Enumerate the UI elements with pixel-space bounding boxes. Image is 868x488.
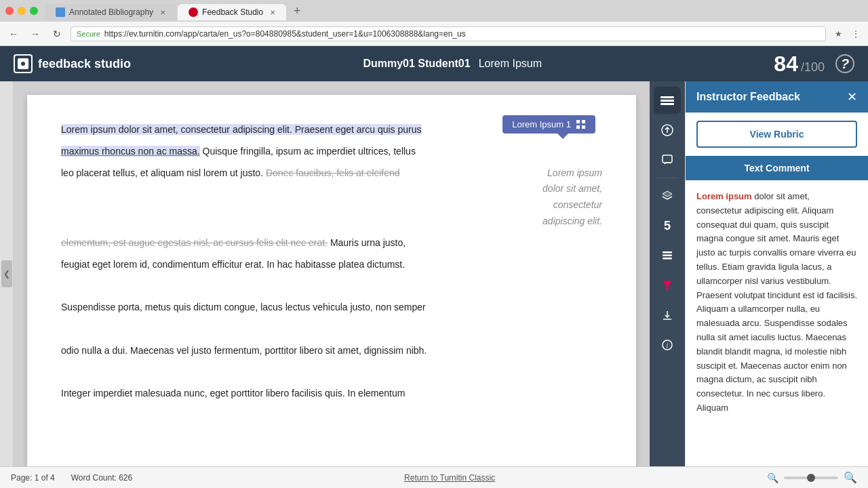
toolbar-download-btn[interactable] (654, 302, 681, 329)
highlighted-text-1: Lorem ipsum dolor sit amet, consectetur … (61, 124, 422, 135)
status-left: Page: 1 of 4 Word Count: 626 (11, 473, 132, 483)
logo-inner (18, 58, 28, 69)
zoom-out-button[interactable]: 🔍 (767, 472, 778, 483)
document-area: Lorem Ipsum 1 Lorem ipsum dolor sit amet… (14, 81, 650, 466)
app-name: feedback studio (38, 57, 131, 71)
tab-turnitin-label: Feedback Studio (202, 7, 263, 17)
tooltip-label: Lorem Ipsum 1 (512, 119, 571, 129)
zoom-thumb[interactable] (807, 474, 815, 482)
maximize-dot[interactable] (30, 7, 38, 15)
url-text: https://ev.turnitin.com/app/carta/en_us?… (104, 29, 466, 39)
word-count: Word Count: 626 (71, 473, 133, 483)
feedback-lorem-link: Lorem ipsum (696, 191, 752, 201)
refresh-button[interactable]: ↻ (49, 26, 65, 42)
toolbar-comment-btn[interactable] (654, 146, 681, 174)
svg-marker-9 (663, 281, 671, 290)
browser-title-bar: Annotated Bibliography ✕ Feedback Studio… (0, 0, 868, 22)
forward-button[interactable]: → (27, 26, 43, 42)
doc-line-3: leo placerat tellus, et aliquam nisl lor… (61, 165, 602, 230)
url-bar[interactable]: Secure https://ev.turnitin.com/app/carta… (71, 26, 826, 41)
header-student-name: Dummy01 Student01 (363, 58, 470, 70)
minimize-dot[interactable] (18, 7, 26, 15)
toggle-handle: ❮ (1, 260, 12, 287)
zoom-slider[interactable] (784, 476, 838, 479)
header-assignment-name: Lorem Ipsum (479, 58, 542, 70)
app-header: feedback studio Dummy01 Student01 Lorem … (0, 46, 868, 81)
svg-rect-1 (660, 100, 674, 102)
browser-nav-bar: ← → ↻ Secure https://ev.turnitin.com/app… (0, 22, 868, 46)
back-button[interactable]: ← (5, 26, 22, 42)
zoom-in-button[interactable]: 🔍 (844, 471, 857, 484)
normal-text-3: leo placerat tellus, et aliquam nisl lor… (61, 165, 400, 182)
toolbar-list-btn[interactable] (654, 242, 681, 269)
feedback-close-button[interactable]: ✕ (847, 89, 857, 104)
secure-indicator: Secure (77, 30, 100, 38)
tab-turnitin-close[interactable]: ✕ (270, 9, 275, 16)
status-right: 🔍 🔍 (767, 471, 857, 484)
tab-annotated-close[interactable]: ✕ (160, 9, 165, 16)
app-logo: feedback studio (14, 54, 131, 73)
doc-line-5: feugiat eget lorem id, condimentum effic… (61, 257, 602, 273)
header-center: Dummy01 Student01 Lorem Ipsum (131, 58, 774, 70)
strikethrough-text-4: elementum, est augue egestas nisl, ac cu… (61, 237, 328, 248)
doc-text-5: feugiat eget lorem id, condimentum effic… (61, 259, 405, 270)
right-toolbar: 5 i (650, 81, 685, 466)
toolbar-divider-1 (656, 178, 678, 178)
score-max: /100 (801, 60, 825, 75)
feedback-panel-title: Instructor Feedback (696, 91, 800, 103)
italic-aside-text: Lorem ipsumdolor sit amet,consecteturadi… (480, 165, 602, 230)
logo-dot (21, 62, 25, 66)
doc-line-4: elementum, est augue egestas nisl, ac cu… (61, 235, 602, 251)
page-indicator: Page: 1 of 4 (11, 473, 55, 483)
toolbar-layers-btn[interactable] (654, 87, 681, 114)
status-bar: Page: 1 of 4 Word Count: 626 Return to T… (0, 466, 868, 488)
doc-line-2: maximus rhoncus non ac massa. Quisque fr… (61, 144, 602, 160)
document-tooltip[interactable]: Lorem Ipsum 1 (502, 115, 595, 134)
tab-annotated-favicon (56, 7, 65, 17)
feedback-panel-header: Instructor Feedback ✕ (686, 81, 868, 113)
browser-dots (5, 7, 38, 15)
doc-text-7: Suspendisse porta, metus quis dictum con… (61, 302, 426, 312)
svg-rect-4 (663, 155, 672, 163)
menu-icon[interactable]: ⋮ (849, 27, 863, 41)
tab-annotated-bibliography[interactable]: Annotated Bibliography ✕ (45, 4, 176, 20)
toolbar-upload-btn[interactable] (654, 117, 681, 144)
return-to-turnitin-link[interactable]: Return to Turnitin Classic (404, 473, 495, 483)
tab-annotated-label: Annotated Bibliography (69, 7, 153, 17)
left-sidebar-toggle[interactable]: ❮ (0, 81, 14, 466)
svg-rect-2 (660, 103, 674, 105)
strikethrough-text-3: Donec faucibus, felis at eleifend (266, 167, 400, 178)
tab-feedback-studio[interactable]: Feedback Studio ✕ (178, 4, 286, 20)
close-dot[interactable] (5, 7, 14, 15)
doc-line-10 (61, 365, 602, 381)
feedback-actions: View Rubric (686, 113, 868, 156)
svg-rect-6 (663, 251, 672, 253)
doc-line-9: odio nulla a dui. Maecenas vel justo fer… (61, 343, 602, 359)
nav-icons: ★ ⋮ (831, 27, 863, 41)
toolbar-info-btn[interactable]: i (654, 331, 681, 359)
status-center: Return to Turnitin Classic (132, 473, 767, 483)
header-score: 84 /100 (774, 52, 825, 77)
help-icon[interactable]: ? (835, 54, 854, 73)
normal-text-2: Quisque fringilla, ipsum ac imperdiet ul… (203, 146, 416, 157)
toolbar-badge-btn[interactable]: 5 (654, 212, 681, 239)
doc-line-7: Suspendisse porta, metus quis dictum con… (61, 300, 602, 316)
feedback-content: Lorem ipsum dolor sit amet, consectetur … (686, 180, 868, 466)
badge-number: 5 (664, 219, 671, 233)
toolbar-filter-btn[interactable] (654, 272, 681, 299)
svg-rect-0 (660, 96, 674, 98)
feedback-panel: Instructor Feedback ✕ View Rubric Text C… (685, 81, 868, 466)
normal-text-4: Mauris urna justo, (330, 237, 406, 248)
feedback-comment-text: Lorem ipsum dolor sit amet, consectetur … (696, 190, 857, 415)
logo-icon (14, 54, 33, 73)
new-tab-button[interactable]: + (288, 1, 307, 20)
highlighted-underline-text: maximus rhoncus non ac massa. (61, 146, 200, 157)
svg-rect-7 (663, 255, 672, 257)
doc-text-9: odio nulla a dui. Maecenas vel justo fer… (61, 345, 427, 356)
bookmark-icon[interactable]: ★ (831, 27, 845, 41)
view-rubric-button[interactable]: View Rubric (696, 121, 857, 148)
toolbar-layers2-btn[interactable] (654, 182, 681, 209)
tooltip-arrow (557, 134, 568, 139)
text-comment-bar: Text Comment (686, 156, 868, 180)
main-area: ❮ Lorem Ipsum 1 Lorem ipsum dolor sit am… (0, 81, 868, 466)
